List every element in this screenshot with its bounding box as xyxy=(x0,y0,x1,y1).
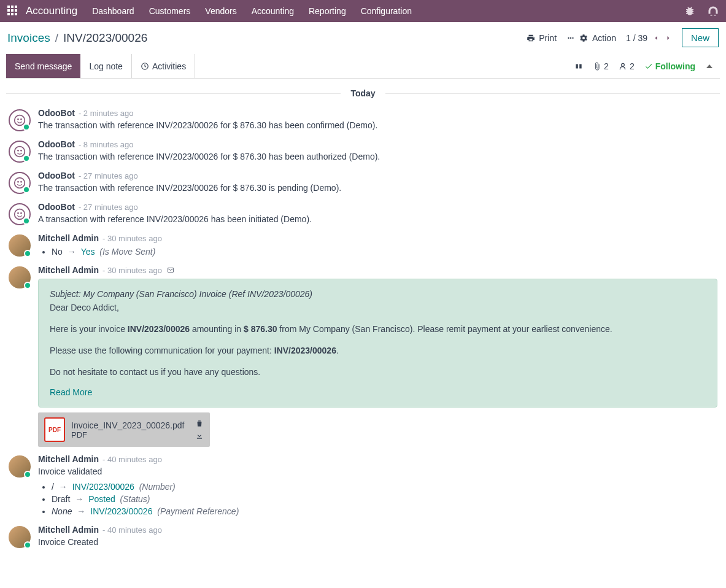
avatar xyxy=(9,266,31,288)
avatar xyxy=(9,141,31,163)
change-row: Draft → Posted (Status) xyxy=(52,493,717,505)
message-item: OdooBot- 2 minutes ago The transaction w… xyxy=(6,104,720,136)
message-text: A transaction with reference INV/2023/00… xyxy=(38,213,717,226)
change-row: / → INV/2023/00026 (Number) xyxy=(52,481,717,493)
download-icon[interactable] xyxy=(195,431,204,440)
message-time: - 30 minutes ago xyxy=(102,234,162,243)
main-nav: Dashboard Customers Vendors Accounting R… xyxy=(92,6,684,16)
message-author: OdooBot xyxy=(38,171,75,180)
pager: 1 / 39 xyxy=(626,33,672,43)
log-note-button[interactable]: Log note xyxy=(80,54,132,78)
control-panel: Invoices / INV/2023/00026 Print Action 1… xyxy=(0,22,726,54)
message-text: Invoice Created xyxy=(38,536,717,549)
avatar xyxy=(9,172,31,194)
follower-count[interactable]: 2 xyxy=(619,61,635,71)
pager-text[interactable]: 1 / 39 xyxy=(626,33,647,43)
avatar xyxy=(9,109,31,131)
message-item: Mitchell Admin- 40 minutes ago Invoice v… xyxy=(6,451,720,521)
message-author: OdooBot xyxy=(38,108,75,118)
new-button[interactable]: New xyxy=(682,28,719,47)
breadcrumb-root[interactable]: Invoices xyxy=(7,31,50,45)
nav-customers[interactable]: Customers xyxy=(149,6,191,16)
trash-icon[interactable] xyxy=(195,419,204,428)
message-author: Mitchell Admin xyxy=(38,454,99,464)
message-author: Mitchell Admin xyxy=(38,233,99,243)
collapse-icon[interactable] xyxy=(706,64,712,68)
avatar xyxy=(9,203,31,225)
change-list: No → Yes (Is Move Sent) xyxy=(38,246,717,258)
email-line: Please use the following communication f… xyxy=(50,344,706,357)
change-row: None → INV/2023/00026 (Payment Reference… xyxy=(52,505,717,517)
support-icon[interactable] xyxy=(708,6,719,17)
message-text: The transaction with reference INV/2023/… xyxy=(38,119,717,132)
nav-reporting[interactable]: Reporting xyxy=(309,6,346,16)
message-item: OdooBot- 8 minutes ago The transaction w… xyxy=(6,136,720,167)
message-time: - 2 minutes ago xyxy=(79,109,134,118)
nav-configuration[interactable]: Configuration xyxy=(361,6,412,16)
message-author: Mitchell Admin xyxy=(38,525,99,535)
nav-vendors[interactable]: Vendors xyxy=(205,6,236,16)
arrow-icon: → xyxy=(68,247,76,257)
email-line: Do not hesitate to contact us if you hav… xyxy=(50,366,706,379)
message-time: - 27 minutes ago xyxy=(79,171,138,180)
send-message-button[interactable]: Send message xyxy=(6,54,80,78)
message-item: Mitchell Admin - 30 minutes ago Subject:… xyxy=(6,261,720,451)
change-row: No → Yes (Is Move Sent) xyxy=(52,246,717,258)
message-text: Invoice validated xyxy=(38,465,717,478)
message-time: - 30 minutes ago xyxy=(102,266,162,275)
attachment-name: Invoice_INV_2023_00026.pdf xyxy=(71,420,184,430)
following-button[interactable]: Following xyxy=(644,61,695,71)
breadcrumb-current: INV/2023/00026 xyxy=(63,31,147,45)
message-item: OdooBot- 27 minutes ago A transaction wi… xyxy=(6,198,720,230)
nav-dashboard[interactable]: Dashboard xyxy=(92,6,134,16)
arrow-icon: → xyxy=(77,506,85,516)
message-time: - 40 minutes ago xyxy=(102,455,162,464)
print-button[interactable]: Print xyxy=(527,33,557,43)
message-author: OdooBot xyxy=(38,139,75,149)
pager-prev-icon[interactable] xyxy=(652,34,660,42)
breadcrumb-sep: / xyxy=(55,31,58,45)
date-separator: Today xyxy=(6,88,720,98)
message-item: Mitchell Admin- 30 minutes ago No → Yes … xyxy=(6,230,720,261)
message-item: Mitchell Admin- 40 minutes ago Invoice C… xyxy=(6,521,720,552)
message-text: The transaction with reference INV/2023/… xyxy=(38,150,717,163)
message-text: The transaction with reference INV/2023/… xyxy=(38,182,717,195)
attachment-count[interactable]: 2 xyxy=(593,61,609,71)
message-time: - 40 minutes ago xyxy=(102,525,162,535)
email-subject: Subject: My Company (San Francisco) Invo… xyxy=(50,289,706,299)
arrow-icon: → xyxy=(59,482,68,492)
main-navbar: Accounting Dashboard Customers Vendors A… xyxy=(0,0,726,22)
email-body: Subject: My Company (San Francisco) Invo… xyxy=(38,279,717,408)
avatar xyxy=(9,526,31,548)
activities-button[interactable]: Activities xyxy=(132,54,195,78)
apps-icon[interactable] xyxy=(7,6,18,17)
attachment-type: PDF xyxy=(71,430,184,439)
message-feed: Today OdooBot- 2 minutes ago The transac… xyxy=(0,88,726,565)
pdf-icon: PDF xyxy=(44,417,65,442)
message-author: OdooBot xyxy=(38,202,75,212)
message-author: Mitchell Admin xyxy=(38,265,99,275)
message-item: OdooBot- 27 minutes ago The transaction … xyxy=(6,167,720,198)
arrow-icon: → xyxy=(75,494,83,504)
book-icon[interactable] xyxy=(574,62,583,71)
bug-icon[interactable] xyxy=(684,6,695,17)
email-line: Here is your invoice INV/2023/00026 amou… xyxy=(50,323,706,336)
read-more-link[interactable]: Read More xyxy=(50,387,706,397)
breadcrumb: Invoices / INV/2023/00026 xyxy=(7,31,147,45)
app-brand[interactable]: Accounting xyxy=(26,5,77,17)
avatar xyxy=(9,455,31,478)
attachment-card[interactable]: PDF Invoice_INV_2023_00026.pdf PDF xyxy=(38,412,210,447)
avatar xyxy=(9,234,31,257)
message-time: - 27 minutes ago xyxy=(79,203,138,212)
action-button[interactable]: Action xyxy=(566,33,616,43)
change-list: / → INV/2023/00026 (Number) Draft → Post… xyxy=(38,481,717,517)
pager-next-icon[interactable] xyxy=(665,34,672,42)
message-time: - 8 minutes ago xyxy=(79,140,134,149)
svg-point-1 xyxy=(622,63,625,66)
nav-accounting[interactable]: Accounting xyxy=(252,6,294,16)
envelope-icon xyxy=(166,266,176,274)
chatter-topbar: Send message Log note Activities 2 2 Fol… xyxy=(6,54,720,79)
email-greeting: Dear Deco Addict, xyxy=(50,301,706,314)
